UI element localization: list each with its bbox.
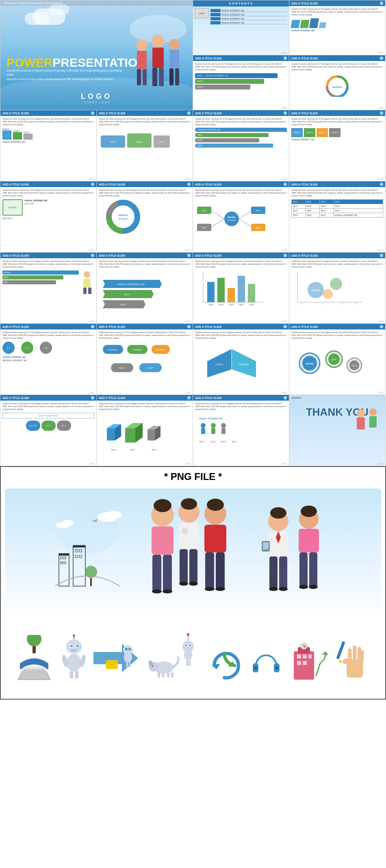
slide-ribbon: ADD A TITLE SLIDE Asadal has been carryi… — [97, 253, 193, 324]
svg-text:TEXT: TEXT — [147, 367, 154, 369]
svg-point-146 — [181, 498, 197, 510]
svg-rect-203 — [158, 672, 160, 678]
svg-rect-215 — [186, 660, 188, 666]
contents-slide: CONTENTS LOGO ASADAL INTERNET, INC. ASAD… — [193, 0, 289, 55]
svg-point-174 — [309, 585, 318, 589]
svg-rect-122 — [61, 562, 63, 564]
svg-marker-96 — [147, 430, 155, 441]
svg-rect-157 — [216, 552, 225, 589]
png-icons-row1 — [5, 627, 381, 689]
svg-point-212 — [185, 645, 187, 646]
contents-item: ASADAL INTERNET, INC. — [210, 21, 287, 24]
biz-people-svg — [246, 505, 335, 611]
svg-rect-3 — [137, 69, 141, 85]
svg-line-28 — [211, 211, 224, 219]
svg-point-143 — [152, 589, 162, 593]
svg-rect-43 — [88, 288, 91, 294]
svg-rect-116 — [369, 416, 377, 427]
svg-rect-165 — [279, 556, 287, 589]
slide-arrows: ADD A TITLE SLIDE Asadal has been carryi… — [289, 55, 386, 110]
hero-top-bar: Start your internet business with ASADAL — [0, 0, 193, 6]
slide-logo: LOGO — [185, 178, 191, 180]
svg-point-139 — [154, 499, 171, 512]
svg-point-159 — [215, 587, 225, 591]
svg-rect-10 — [169, 50, 179, 68]
slide-logo: LOGO — [185, 462, 191, 465]
book-stand-svg — [14, 635, 54, 684]
svg-text:TEXT: TEXT — [130, 449, 135, 451]
png-section: * PNG FILE * — [0, 466, 386, 700]
slide-logo: LOGO — [89, 249, 95, 251]
robot1-svg — [60, 631, 88, 684]
slide-logo: LOGO — [378, 52, 384, 54]
svg-rect-104 — [201, 428, 205, 434]
slide-header: ADD A TITLE SLIDE — [193, 55, 289, 61]
svg-text:TEXT: TEXT — [110, 141, 116, 143]
svg-rect-125 — [73, 545, 85, 547]
svg-rect-226 — [303, 654, 307, 659]
svg-point-184 — [70, 645, 72, 647]
slide-logo: LOGO — [89, 178, 95, 180]
slide-ring: ADD A TITLE SLIDE Asadal has been carryi… — [0, 181, 97, 253]
svg-point-161 — [270, 507, 286, 519]
svg-rect-164 — [269, 556, 278, 589]
svg-rect-123 — [64, 562, 66, 564]
svg-line-34 — [239, 211, 252, 219]
svg-text:6: 6 — [356, 303, 358, 305]
slide-cycle: ADD A TITLE SLIDE Asadal has been carryi… — [97, 324, 193, 395]
mindmap-svg: ASADAL INTERNET TEXT TEXT TEXT TEXT — [195, 198, 268, 239]
svg-text:INTERNET: INTERNET — [239, 363, 249, 366]
slide-circular: ADD A TITLE SLIDE Asadal has been carryi… — [97, 181, 193, 253]
cube3d-svg: TEXT TEXT TEXT — [99, 412, 172, 453]
svg-point-9 — [169, 39, 180, 50]
ribbon-svg: ASADAL INTERNET, INC. TEXT TEXT — [99, 270, 172, 310]
svg-rect-240 — [336, 641, 345, 659]
svg-rect-234 — [347, 659, 363, 678]
png-people-row — [5, 489, 381, 619]
svg-point-62 — [330, 278, 342, 290]
svg-point-103 — [201, 423, 206, 428]
svg-text:ASADAL: ASADAL — [118, 214, 128, 216]
svg-text:ASADAL: ASADAL — [306, 362, 314, 365]
svg-point-1 — [136, 39, 147, 51]
svg-rect-216 — [189, 660, 191, 666]
svg-point-178 — [27, 635, 41, 646]
slide-mindmap: ADD A TITLE SLIDE Asadal has been carryi… — [193, 181, 289, 253]
book-stand-icon — [14, 635, 54, 685]
svg-point-5 — [152, 35, 165, 48]
hero-insert-logo: INSERT LOGO — [81, 101, 112, 104]
robot-dog — [147, 631, 200, 685]
slide-book3d: ADD A TITLE SLIDE Asadal has been carryi… — [193, 324, 289, 395]
svg-rect-4 — [143, 69, 147, 85]
person-svg — [80, 270, 94, 295]
hero-power: POWER — [7, 57, 52, 69]
svg-rect-155 — [204, 525, 226, 552]
slide-barchart: ADD A TITLE SLIDE Asadal has been carryi… — [193, 253, 289, 324]
svg-line-37 — [239, 219, 252, 227]
svg-rect-51 — [228, 288, 235, 302]
svg-rect-114 — [357, 417, 365, 430]
headphone-svg — [248, 647, 284, 684]
svg-text:TEXT: TEXT — [239, 303, 244, 306]
svg-text:ASADAL: ASADAL — [228, 216, 236, 218]
people-group — [132, 497, 238, 611]
svg-rect-236 — [353, 646, 357, 661]
svg-rect-197 — [129, 663, 131, 667]
slide-cycle2: ADD A TITLE SLIDE Asadal has been carryi… — [289, 324, 386, 395]
svg-point-195 — [124, 651, 132, 663]
svg-point-113 — [357, 409, 365, 417]
slide-step-boxes: ADD A TITLE SLIDE Asadal has been carryi… — [193, 55, 289, 110]
svg-point-40 — [84, 271, 90, 278]
svg-text:TEXT: TEXT — [202, 227, 207, 229]
svg-point-133 — [106, 511, 122, 519]
refresh-svg — [206, 647, 243, 684]
svg-rect-206 — [171, 672, 173, 678]
svg-text:TEXT: TEXT — [210, 441, 216, 443]
slide-logo: LOGO — [89, 320, 95, 323]
svg-point-107 — [221, 423, 226, 428]
hand-svg — [336, 635, 372, 684]
human-bar-svg: ASADAL INTERNET, INC. TEXT TEXT TEXT TE — [195, 412, 268, 453]
svg-rect-12 — [175, 68, 179, 85]
slide-logo: LOGO — [378, 391, 384, 394]
svg-point-213 — [189, 645, 191, 646]
